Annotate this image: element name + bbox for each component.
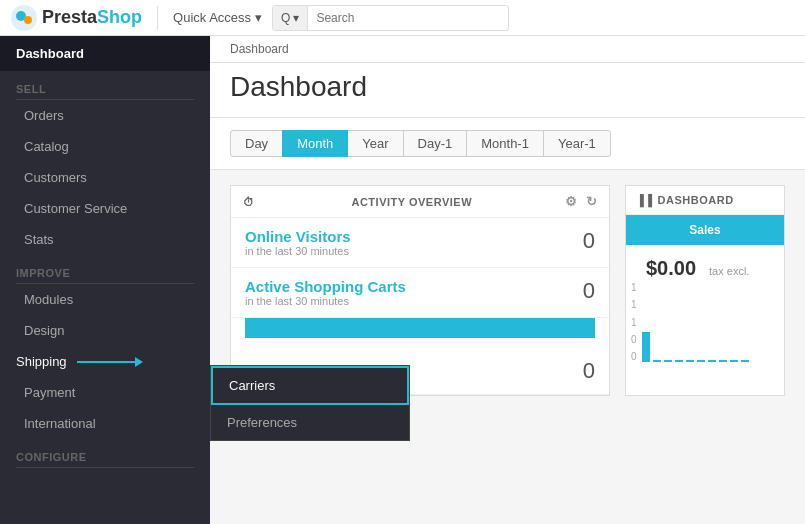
activity-shopping-carts-row: Active Shopping Carts in the last 30 min… <box>231 268 609 318</box>
chart-label-3: 1 <box>631 317 637 328</box>
sidebar-item-customers[interactable]: Customers <box>0 162 210 193</box>
sidebar-item-modules[interactable]: Modules <box>0 284 210 315</box>
activity-online-visitors-sublabel: in the last 30 minutes <box>245 245 351 257</box>
logo-text: PrestaShop <box>42 7 142 28</box>
activity-blue-bar <box>245 318 595 338</box>
chart-bar-8 <box>719 360 727 362</box>
logo: PrestaShop <box>10 4 142 32</box>
tab-month-1[interactable]: Month-1 <box>466 130 544 157</box>
activity-return-exchanges-value: 0 <box>583 358 595 384</box>
dashboard-panel-header: ▐▐ DASHBOARD <box>626 186 784 215</box>
chart-bar-7 <box>708 360 716 362</box>
activity-shopping-carts-value: 0 <box>583 278 595 304</box>
svg-point-2 <box>24 16 32 24</box>
dashboard-sales-box: Sales <box>626 215 784 245</box>
chart-label-1: 1 <box>631 282 637 293</box>
tab-year[interactable]: Year <box>347 130 403 157</box>
breadcrumb: Dashboard <box>210 36 805 63</box>
topbar: PrestaShop Quick Access ▾ Q ▾ <box>0 0 805 36</box>
quick-access-button[interactable]: Quick Access ▾ <box>173 10 262 25</box>
date-tabs-container: Day Month Year Day-1 Month-1 Year-1 <box>210 118 805 170</box>
activity-refresh-icon[interactable]: ↻ <box>586 194 598 209</box>
sidebar-section-configure: CONFIGURE <box>0 439 210 467</box>
dashboard-chart: 1 1 1 0 0 <box>626 282 784 362</box>
quick-access-chevron-icon: ▾ <box>255 10 262 25</box>
activity-panel-title: ACTIVITY OVERVIEW <box>351 196 472 208</box>
page-title: Dashboard <box>230 71 785 103</box>
sidebar-configure-divider <box>16 467 194 468</box>
chart-label-5: 0 <box>631 351 637 362</box>
sidebar-section-sell: SELL <box>0 71 210 99</box>
dashboard-amount-area: $0.00 tax excl. <box>626 245 784 282</box>
chart-bar-4 <box>675 360 683 362</box>
search-type-chevron-icon: ▾ <box>293 11 299 25</box>
search-type-button[interactable]: Q ▾ <box>273 6 308 30</box>
dashboard-panel: ▐▐ DASHBOARD Sales $0.00 tax excl. 1 1 1… <box>625 185 785 396</box>
search-area: Q ▾ <box>272 5 509 31</box>
chart-y-labels: 1 1 1 0 0 <box>631 282 637 362</box>
tab-year-1[interactable]: Year-1 <box>543 130 611 157</box>
chart-bar-1 <box>642 332 650 362</box>
tab-month[interactable]: Month <box>282 130 348 157</box>
sidebar: Dashboard SELL Orders Catalog Customers … <box>0 36 210 524</box>
chart-bar-10 <box>741 360 749 362</box>
sidebar-item-stats[interactable]: Stats <box>0 224 210 255</box>
activity-gear-icon[interactable]: ⚙ <box>565 194 578 209</box>
chart-label-4: 0 <box>631 334 637 345</box>
chart-bar-9 <box>730 360 738 362</box>
sidebar-item-dashboard[interactable]: Dashboard <box>0 36 210 71</box>
dashboard-tax-label: tax excl. <box>709 265 749 277</box>
activity-clock-icon: ⏱ <box>243 196 255 208</box>
search-type-label: Q <box>281 11 290 25</box>
sidebar-item-orders[interactable]: Orders <box>0 100 210 131</box>
panel-header-icons: ⚙ ↻ <box>565 194 597 209</box>
shipping-dropdown: Carriers Preferences <box>210 365 410 441</box>
sidebar-section-improve: IMPROVE <box>0 255 210 283</box>
chart-bar-3 <box>664 360 672 362</box>
content-area: Dashboard Dashboard Day Month Year Day-1… <box>210 36 805 524</box>
chart-label-2: 1 <box>631 299 637 310</box>
activity-shopping-carts-label: Active Shopping Carts <box>245 278 406 295</box>
logo-icon <box>10 4 38 32</box>
page-title-bar: Dashboard <box>210 63 805 118</box>
search-input[interactable] <box>308 11 508 25</box>
sidebar-item-international[interactable]: International <box>0 408 210 439</box>
activity-online-visitors-value: 0 <box>583 228 595 254</box>
quick-access-label: Quick Access <box>173 10 251 25</box>
activity-panel-header: ⏱ ACTIVITY OVERVIEW ⚙ ↻ <box>231 186 609 218</box>
shipping-dropdown-preferences[interactable]: Preferences <box>211 405 409 440</box>
dashboard-bar-icon: ▐▐ <box>636 194 653 206</box>
activity-online-visitors-row: Online Visitors in the last 30 minutes 0 <box>231 218 609 268</box>
chart-bar-6 <box>697 360 705 362</box>
sidebar-shipping-label: Shipping <box>16 354 67 369</box>
topbar-divider <box>157 6 158 30</box>
sidebar-item-catalog[interactable]: Catalog <box>0 131 210 162</box>
activity-online-visitors-info: Online Visitors in the last 30 minutes <box>245 228 351 257</box>
shipping-arrow-icon <box>77 361 137 363</box>
chart-bars <box>642 332 779 362</box>
sidebar-item-shipping[interactable]: Shipping <box>0 346 210 377</box>
dashboard-amount: $0.00 <box>636 251 706 282</box>
sidebar-item-payment[interactable]: Payment <box>0 377 210 408</box>
activity-online-visitors-label: Online Visitors <box>245 228 351 245</box>
dashboard-panel-title: DASHBOARD <box>658 194 734 206</box>
tab-day[interactable]: Day <box>230 130 283 157</box>
tab-day-1[interactable]: Day-1 <box>403 130 468 157</box>
activity-shopping-carts-sublabel: in the last 30 minutes <box>245 295 406 307</box>
main-layout: Dashboard SELL Orders Catalog Customers … <box>0 36 805 524</box>
activity-shopping-carts-info: Active Shopping Carts in the last 30 min… <box>245 278 406 307</box>
sidebar-item-design[interactable]: Design <box>0 315 210 346</box>
chart-bar-5 <box>686 360 694 362</box>
shipping-dropdown-carriers[interactable]: Carriers <box>211 366 409 405</box>
sidebar-item-customer-service[interactable]: Customer Service <box>0 193 210 224</box>
chart-bar-2 <box>653 360 661 362</box>
